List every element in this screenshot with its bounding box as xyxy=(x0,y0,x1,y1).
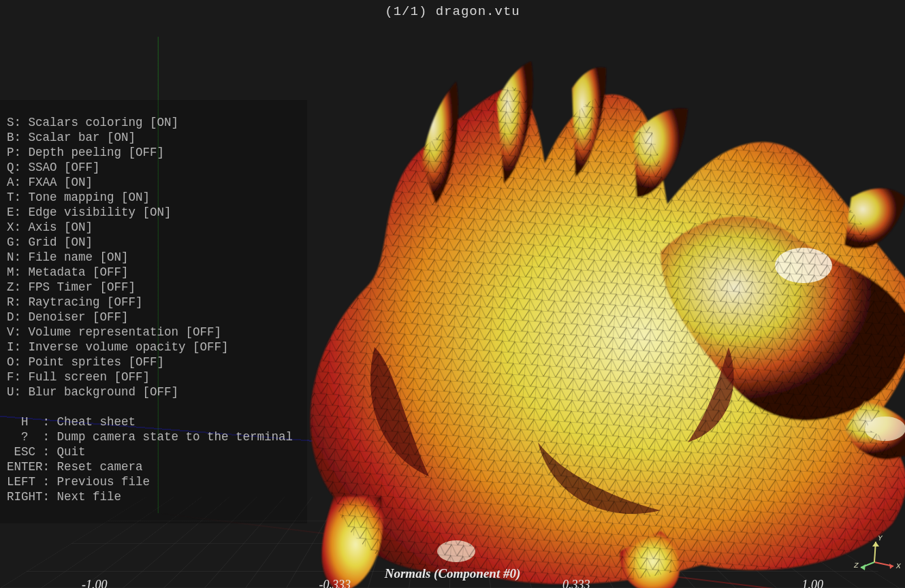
scalar-bar-tick: 0.333 xyxy=(562,578,590,588)
scalar-bar-tick: -0.333 xyxy=(319,578,351,588)
cheat-sheet-panel: S: Scalars coloring [ON]B: Scalar bar [O… xyxy=(0,100,307,523)
file-name-overlay: (1/1) dragon.vtu xyxy=(0,4,905,19)
scalar-bar-ticks: -1.00-0.3330.3331.00 xyxy=(82,578,823,588)
cheat-command-row: ESC : Quit xyxy=(7,444,300,459)
cheat-toggle-row: E: Edge visibility [ON] xyxy=(7,205,300,220)
scalar-bar-tick: -1.00 xyxy=(82,578,108,588)
cheat-toggle-row: X: Axis [ON] xyxy=(7,220,300,235)
cheat-toggle-row: V: Volume representation [OFF] xyxy=(7,325,300,340)
cheat-toggle-row: P: Depth peeling [OFF] xyxy=(7,145,300,160)
cheat-command-row: ENTER: Reset camera xyxy=(7,459,300,474)
orientation-axes-widget[interactable]: X Y Z xyxy=(851,534,898,581)
cheat-command-row: LEFT : Previous file xyxy=(7,474,300,489)
axis-label-y: Y xyxy=(878,534,883,542)
cheat-toggle-row: B: Scalar bar [ON] xyxy=(7,130,300,145)
cheat-toggle-row: O: Point sprites [OFF] xyxy=(7,355,300,370)
cheat-toggle-row: F: Full screen [OFF] xyxy=(7,370,300,385)
svg-marker-5 xyxy=(889,564,893,569)
axis-label-z: Z xyxy=(853,561,859,570)
cheat-toggle-row: M: Metadata [OFF] xyxy=(7,265,300,280)
viewport-3d[interactable]: (1/1) dragon.vtu S: Scalars coloring [ON… xyxy=(0,0,905,588)
cheat-toggle-row: N: File name [ON] xyxy=(7,250,300,265)
svg-marker-9 xyxy=(861,564,866,570)
cheat-command-row: ? : Dump camera state to the terminal xyxy=(7,429,300,444)
svg-point-0 xyxy=(775,248,832,283)
cheat-toggle-row: G: Grid [ON] xyxy=(7,235,300,250)
cheat-toggle-row: R: Raytracing [OFF] xyxy=(7,295,300,310)
svg-point-2 xyxy=(865,416,905,441)
svg-marker-7 xyxy=(872,542,879,546)
cheat-toggle-row: U: Blur background [OFF] xyxy=(7,385,300,399)
cheat-toggle-row: Q: SSAO [OFF] xyxy=(7,160,300,175)
cheat-toggle-row: S: Scalars coloring [ON] xyxy=(7,115,300,130)
cheat-toggle-row: T: Tone mapping [ON] xyxy=(7,190,300,205)
cheat-command-row: RIGHT: Next file xyxy=(7,489,300,504)
cheat-toggle-row: A: FXAA [ON] xyxy=(7,175,300,190)
cheat-toggle-row: I: Inverse volume opacity [OFF] xyxy=(7,340,300,355)
scalar-bar-tick: 1.00 xyxy=(802,578,824,588)
cheat-toggle-row: D: Denoiser [OFF] xyxy=(7,310,300,325)
cheat-command-row: H : Cheat sheet xyxy=(7,414,300,429)
cheat-toggle-row: Z: FPS Timer [OFF] xyxy=(7,280,300,295)
